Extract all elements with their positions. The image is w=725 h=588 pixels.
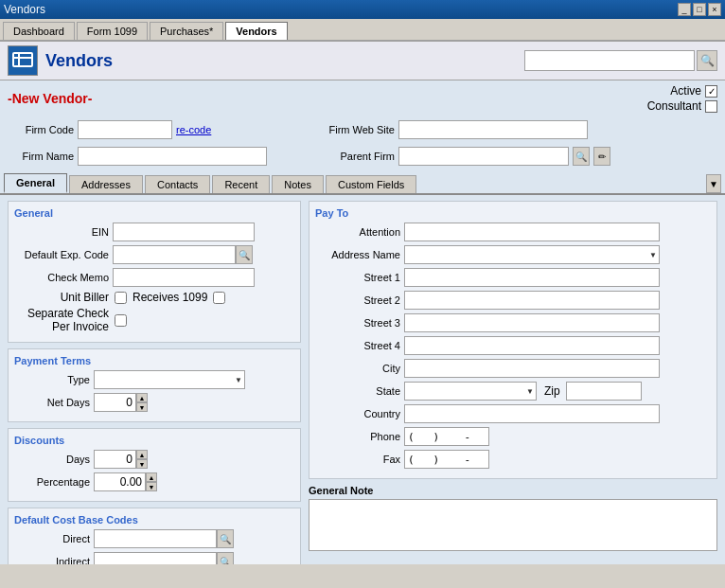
phone-input[interactable]: [404, 427, 489, 446]
default-cost-base-title: Default Cost Base Codes: [14, 514, 294, 526]
phone-row: Phone: [315, 427, 711, 446]
percentage-row: Percentage ▲ ▼: [14, 472, 294, 491]
receives-1099-label: Receives 1099: [133, 291, 207, 304]
default-exp-code-field: 🔍: [113, 245, 253, 264]
tab-notes[interactable]: Notes: [272, 175, 324, 193]
type-select-wrapper: Net 30 Net 60: [94, 370, 245, 389]
tab-form1099[interactable]: Form 1099: [77, 22, 148, 40]
check-memo-input[interactable]: [113, 268, 255, 287]
separate-check-checkbox[interactable]: [115, 314, 127, 327]
street2-label: Street 2: [315, 294, 400, 306]
general-section: General EIN Default Exp. Code 🔍 Check Me…: [8, 201, 301, 343]
days-up-button[interactable]: ▲: [136, 450, 148, 459]
firm-code-input[interactable]: [78, 120, 172, 139]
net-days-down-button[interactable]: ▼: [136, 402, 148, 412]
street3-label: Street 3: [315, 317, 400, 329]
firm-website-input[interactable]: [398, 120, 588, 139]
fax-label: Fax: [315, 454, 400, 465]
days-down-button[interactable]: ▼: [136, 459, 148, 469]
firm-name-label: Firm Name: [8, 151, 74, 162]
consultant-checkbox[interactable]: [705, 100, 717, 113]
type-row: Type Net 30 Net 60: [14, 370, 294, 389]
default-exp-code-input[interactable]: [113, 245, 236, 264]
firm-name-input[interactable]: [78, 147, 267, 166]
city-input[interactable]: [404, 359, 660, 378]
street2-input[interactable]: [404, 291, 660, 310]
default-cost-base-section: Default Cost Base Codes Direct 🔍 Indirec…: [8, 508, 301, 564]
pay-to-title: Pay To: [315, 207, 711, 219]
tab-vendors[interactable]: Vendors: [225, 22, 287, 40]
tab-purchases[interactable]: Purchases*: [150, 22, 223, 40]
minimize-button[interactable]: _: [678, 3, 691, 16]
top-form-left: Firm Code re-code Firm Name: [8, 120, 267, 169]
percentage-up-button[interactable]: ▲: [146, 472, 157, 482]
address-name-select[interactable]: [404, 245, 660, 264]
header-search-button[interactable]: 🔍: [697, 50, 717, 71]
receives-1099-checkbox[interactable]: [213, 292, 225, 304]
tab-custom-fields[interactable]: Custom Fields: [326, 175, 416, 193]
tab-dashboard[interactable]: Dashboard: [3, 22, 75, 40]
fax-input[interactable]: [404, 450, 489, 469]
street3-input[interactable]: [404, 313, 660, 332]
unit-biller-checkbox[interactable]: [115, 292, 127, 304]
tab-recent[interactable]: Recent: [212, 175, 270, 193]
parent-firm-input[interactable]: [398, 147, 569, 166]
days-row: Days ▲ ▼: [14, 450, 294, 469]
net-days-input[interactable]: [94, 393, 136, 412]
net-days-spinner: ▲ ▼: [94, 393, 148, 412]
zip-input[interactable]: [566, 382, 642, 401]
tab-scroll-button[interactable]: ▼: [706, 174, 721, 193]
percentage-input[interactable]: [94, 472, 146, 491]
general-note-textarea[interactable]: [309, 499, 717, 551]
panel-right: Pay To Attention Address Name Street 1 S…: [309, 201, 717, 559]
active-checkbox[interactable]: [705, 85, 717, 98]
percentage-down-button[interactable]: ▼: [146, 482, 157, 491]
default-exp-code-row: Default Exp. Code 🔍: [14, 245, 294, 264]
tab-addresses[interactable]: Addresses: [69, 175, 143, 193]
default-exp-code-search-button[interactable]: 🔍: [236, 245, 253, 264]
net-days-label: Net Days: [14, 397, 90, 408]
street4-input[interactable]: [404, 336, 660, 355]
percentage-spinner: ▲ ▼: [94, 472, 157, 491]
pay-to-section: Pay To Attention Address Name Street 1 S…: [309, 201, 717, 479]
street1-input[interactable]: [404, 268, 660, 287]
discounts-title: Discounts: [14, 435, 294, 446]
state-select[interactable]: [404, 382, 537, 401]
days-spinner: ▲ ▼: [94, 450, 148, 469]
state-zip-row: State Zip: [315, 382, 711, 401]
general-note-title: General Note: [309, 485, 717, 496]
firm-code-row: Firm Code re-code: [8, 120, 267, 139]
street4-row: Street 4: [315, 336, 711, 355]
parent-firm-edit-button[interactable]: ✏: [593, 147, 610, 166]
net-days-up-button[interactable]: ▲: [136, 393, 148, 402]
percentage-spinner-buttons: ▲ ▼: [146, 472, 157, 491]
days-input[interactable]: [94, 450, 136, 469]
zip-label: Zip: [544, 384, 560, 398]
attention-row: Attention: [315, 223, 711, 241]
direct-input[interactable]: [94, 529, 217, 548]
tab-general[interactable]: General: [4, 173, 67, 193]
header-search-input[interactable]: [524, 50, 695, 71]
indirect-input[interactable]: [94, 552, 217, 564]
country-input[interactable]: [404, 404, 660, 423]
recode-link[interactable]: re-code: [176, 124, 211, 135]
general-note-section: General Note: [309, 485, 717, 554]
close-button[interactable]: ×: [708, 3, 721, 16]
street2-row: Street 2: [315, 291, 711, 310]
days-spinner-buttons: ▲ ▼: [136, 450, 148, 469]
maximize-button[interactable]: □: [693, 3, 706, 16]
header-search-area: 🔍: [524, 50, 717, 71]
separate-check-row: Separate Check Per Invoice: [14, 307, 294, 333]
active-consultant-area: Active Consultant: [647, 84, 717, 113]
type-select[interactable]: Net 30 Net 60: [94, 370, 245, 389]
indirect-search-button[interactable]: 🔍: [217, 552, 234, 564]
attention-input[interactable]: [404, 223, 660, 241]
firm-name-row: Firm Name: [8, 147, 267, 166]
tab-contacts[interactable]: Contacts: [145, 175, 210, 193]
ein-input[interactable]: [113, 223, 255, 241]
direct-search-button[interactable]: 🔍: [217, 529, 234, 548]
fax-row: Fax: [315, 450, 711, 469]
parent-firm-search-button[interactable]: 🔍: [573, 147, 590, 166]
payment-terms-section: Payment Terms Type Net 30 Net 60 Net Day…: [8, 348, 301, 422]
main-content: General EIN Default Exp. Code 🔍 Check Me…: [0, 195, 725, 564]
